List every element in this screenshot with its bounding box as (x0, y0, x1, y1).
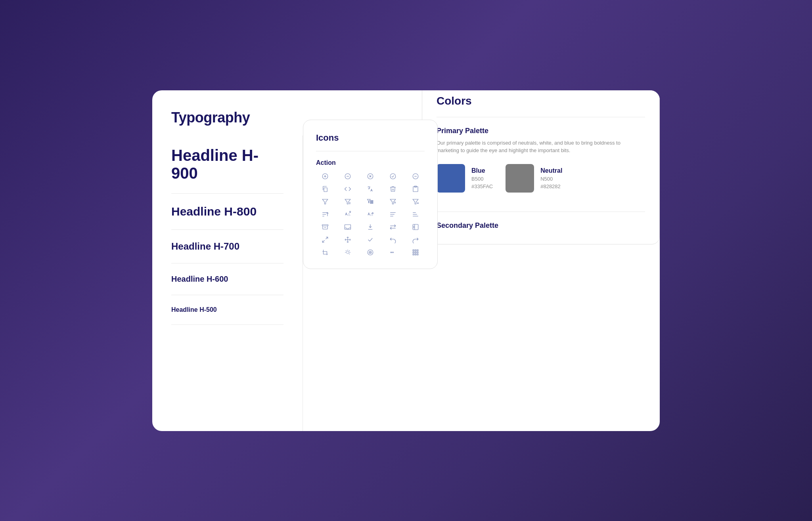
neutral-swatch-info: Neutral N500 #828282 (540, 167, 562, 189)
redo-icon[interactable] (407, 236, 425, 243)
primary-palette-desc: Our primary palette is comprised of neut… (437, 139, 635, 155)
translate-icon[interactable] (361, 185, 379, 193)
expand-icon[interactable] (316, 236, 334, 243)
svg-line-54 (349, 250, 350, 251)
neutral-swatch-code1: N500 (540, 176, 562, 182)
typography-column: Headline H-900 Headline H-800 Headline H… (152, 135, 303, 431)
icons-grid (316, 173, 425, 256)
sort-custom-icon[interactable] (407, 211, 425, 218)
svg-rect-64 (413, 252, 414, 253)
secondary-palette-title: Secondary Palette (437, 221, 645, 230)
color-swatches: Blue B500 #335FAC Neutral N500 #828282 (437, 164, 645, 193)
svg-rect-69 (417, 254, 418, 255)
clipboard-icon[interactable] (407, 185, 425, 193)
block-circle-icon[interactable] (407, 173, 425, 180)
sort-list-icon[interactable] (316, 211, 334, 218)
svg-rect-20 (370, 203, 373, 204)
headline-h700: Headline H-700 (171, 241, 239, 252)
headline-h600-item: Headline H-600 (171, 263, 283, 295)
blue-swatch-code2: #335FAC (471, 183, 493, 189)
svg-point-58 (370, 252, 371, 253)
svg-point-55 (347, 251, 349, 254)
svg-marker-23 (413, 199, 419, 204)
minus-circle-icon[interactable] (339, 173, 356, 180)
crop-icon[interactable] (316, 249, 334, 256)
check-icon[interactable] (361, 236, 379, 243)
add-circle-icon[interactable] (316, 173, 334, 180)
filter-up-icon[interactable] (339, 198, 356, 205)
svg-rect-65 (415, 252, 416, 253)
action-label: Action (316, 159, 425, 166)
svg-rect-67 (413, 254, 414, 255)
headline-h500: Headline H-500 (171, 306, 217, 313)
filter-table-icon[interactable] (361, 198, 379, 205)
svg-point-59 (391, 252, 392, 252)
svg-rect-11 (324, 188, 327, 192)
svg-line-53 (349, 254, 350, 254)
svg-line-45 (326, 237, 327, 239)
archive-icon[interactable] (316, 223, 334, 231)
loop-icon[interactable] (361, 249, 379, 256)
colors-title: Colors (437, 95, 645, 117)
sort-alpha-desc-icon[interactable] (361, 211, 379, 218)
blue-swatch-info: Blue B500 #335FAC (471, 167, 493, 189)
headline-h500-item: Headline H-500 (171, 295, 283, 325)
swap-icon[interactable] (384, 223, 402, 231)
svg-rect-66 (417, 252, 418, 253)
filter-down-icon[interactable] (384, 198, 402, 205)
icons-panel-title: Icons (316, 133, 425, 143)
filter-icon[interactable] (316, 198, 334, 205)
neutral-swatch-code2: #828282 (540, 183, 562, 189)
sidebar-collapse-icon[interactable] (407, 223, 425, 231)
check-circle-icon[interactable] (384, 173, 402, 180)
grid-icon[interactable] (407, 249, 425, 256)
neutral-swatch-box (506, 164, 534, 193)
svg-marker-14 (322, 199, 328, 204)
blue-swatch-code1: B500 (471, 176, 493, 182)
headline-h800: Headline H-800 (171, 205, 257, 218)
secondary-palette-section: Secondary Palette (437, 212, 645, 230)
svg-point-8 (390, 174, 396, 179)
filter-clear-icon[interactable] (407, 198, 425, 205)
headline-h900-item: Headline H-900 (171, 135, 283, 194)
neutral-swatch: Neutral N500 #828282 (506, 164, 562, 193)
blue-swatch-box (437, 164, 465, 193)
svg-line-46 (322, 240, 324, 242)
svg-rect-68 (415, 254, 416, 255)
magic-icon[interactable] (339, 249, 356, 256)
code-icon[interactable] (339, 185, 356, 193)
svg-line-52 (346, 250, 347, 251)
main-card: Typography Headline H-900 Headline H-800… (152, 90, 660, 431)
headline-h700-item: Headline H-700 (171, 230, 283, 263)
undo-icon[interactable] (384, 236, 402, 243)
primary-palette-title: Primary Palette (437, 127, 645, 135)
svg-rect-61 (413, 250, 414, 251)
svg-point-60 (393, 252, 393, 252)
blue-swatch-name: Blue (471, 167, 493, 174)
copy-icon[interactable] (316, 185, 334, 193)
sort-alpha-asc-icon[interactable] (339, 211, 356, 218)
content-area: Headline H-900 Headline H-800 Headline H… (152, 135, 660, 431)
svg-marker-17 (367, 199, 370, 203)
headline-h800-item: Headline H-800 (171, 194, 283, 230)
svg-rect-63 (417, 250, 418, 251)
neutral-swatch-name: Neutral (540, 167, 562, 174)
sort-amount-icon[interactable] (384, 211, 402, 218)
download-icon[interactable] (361, 223, 379, 231)
blue-swatch: Blue B500 #335FAC (437, 164, 493, 193)
more-horizontal-icon[interactable] (384, 249, 402, 256)
headline-h600: Headline H-600 (171, 275, 228, 283)
svg-rect-43 (413, 224, 419, 230)
svg-rect-62 (415, 250, 416, 251)
close-circle-icon[interactable] (361, 173, 379, 180)
headline-h900: Headline H-900 (171, 147, 259, 182)
svg-rect-18 (370, 200, 373, 201)
inbox-icon[interactable] (339, 223, 356, 231)
colors-panel: Colors Primary Palette Our primary palet… (422, 90, 660, 244)
move-icon[interactable] (339, 236, 356, 243)
trash-icon[interactable] (384, 185, 402, 193)
svg-rect-38 (322, 225, 328, 226)
svg-rect-19 (370, 202, 373, 202)
primary-palette-section: Primary Palette Our primary palette is c… (437, 127, 645, 193)
icons-panel: Icons Action (303, 120, 438, 269)
